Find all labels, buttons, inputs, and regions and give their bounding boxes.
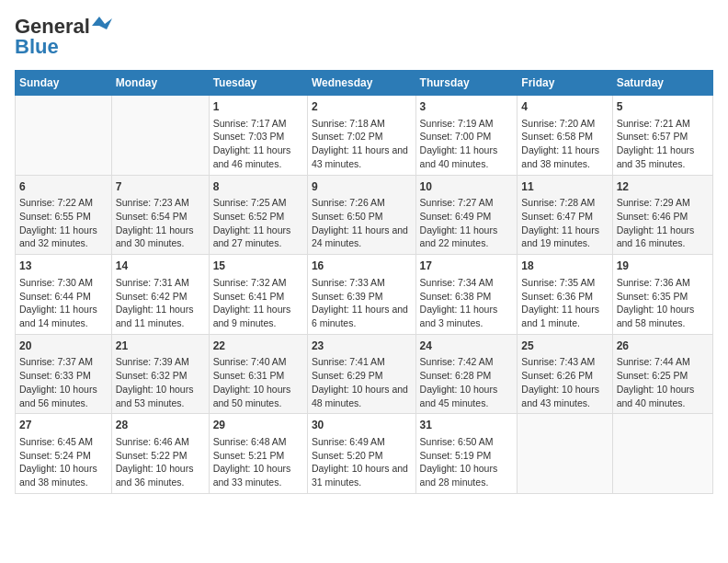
calendar-cell: 14Sunrise: 7:31 AM Sunset: 6:42 PM Dayli… — [111, 255, 209, 335]
day-info: Sunrise: 7:34 AM Sunset: 6:38 PM Dayligh… — [420, 276, 514, 330]
page-header: General Blue — [15, 15, 713, 59]
logo: General Blue — [15, 15, 112, 59]
calendar-cell: 25Sunrise: 7:43 AM Sunset: 6:26 PM Dayli… — [518, 334, 612, 414]
logo-blue-text: Blue — [15, 35, 59, 59]
day-number: 30 — [312, 418, 412, 433]
day-info: Sunrise: 6:48 AM Sunset: 5:21 PM Dayligh… — [213, 435, 303, 489]
logo-bird-icon — [92, 17, 112, 33]
day-number: 24 — [420, 339, 514, 354]
day-number: 2 — [312, 99, 412, 115]
day-info: Sunrise: 7:22 AM Sunset: 6:55 PM Dayligh… — [19, 196, 108, 250]
day-info: Sunrise: 7:41 AM Sunset: 6:29 PM Dayligh… — [312, 355, 412, 409]
calendar-cell: 7Sunrise: 7:23 AM Sunset: 6:54 PM Daylig… — [111, 175, 209, 255]
day-number: 29 — [213, 418, 303, 433]
calendar-cell: 16Sunrise: 7:33 AM Sunset: 6:39 PM Dayli… — [307, 255, 415, 335]
day-of-week-header: Tuesday — [209, 71, 307, 96]
day-number: 3 — [420, 99, 514, 115]
day-of-week-header: Thursday — [415, 71, 518, 96]
calendar-cell: 19Sunrise: 7:36 AM Sunset: 6:35 PM Dayli… — [612, 255, 712, 335]
day-number: 11 — [521, 179, 608, 195]
calendar-cell: 6Sunrise: 7:22 AM Sunset: 6:55 PM Daylig… — [16, 175, 112, 255]
calendar-cell: 8Sunrise: 7:25 AM Sunset: 6:52 PM Daylig… — [209, 175, 307, 255]
calendar-week-row: 13Sunrise: 7:30 AM Sunset: 6:44 PM Dayli… — [16, 255, 713, 335]
calendar-cell — [518, 414, 612, 494]
day-info: Sunrise: 7:19 AM Sunset: 7:00 PM Dayligh… — [420, 117, 514, 171]
calendar-cell: 5Sunrise: 7:21 AM Sunset: 6:57 PM Daylig… — [612, 96, 712, 176]
day-number: 28 — [116, 418, 205, 433]
day-number: 26 — [617, 339, 709, 354]
calendar-cell: 24Sunrise: 7:42 AM Sunset: 6:28 PM Dayli… — [415, 334, 518, 414]
day-number: 13 — [19, 259, 108, 274]
day-info: Sunrise: 7:26 AM Sunset: 6:50 PM Dayligh… — [312, 196, 412, 250]
calendar-cell: 15Sunrise: 7:32 AM Sunset: 6:41 PM Dayli… — [209, 255, 307, 335]
calendar-cell: 18Sunrise: 7:35 AM Sunset: 6:36 PM Dayli… — [518, 255, 612, 335]
day-number: 15 — [213, 259, 303, 274]
day-info: Sunrise: 7:32 AM Sunset: 6:41 PM Dayligh… — [213, 276, 303, 330]
day-number: 23 — [312, 339, 412, 354]
day-number: 18 — [521, 259, 608, 274]
calendar-cell — [612, 414, 712, 494]
day-number: 6 — [19, 179, 108, 195]
calendar-cell: 23Sunrise: 7:41 AM Sunset: 6:29 PM Dayli… — [307, 334, 415, 414]
day-info: Sunrise: 7:17 AM Sunset: 7:03 PM Dayligh… — [213, 117, 303, 171]
day-info: Sunrise: 7:35 AM Sunset: 6:36 PM Dayligh… — [521, 276, 608, 330]
day-number: 4 — [521, 99, 608, 115]
day-number: 10 — [420, 179, 514, 195]
calendar-week-row: 20Sunrise: 7:37 AM Sunset: 6:33 PM Dayli… — [16, 334, 713, 414]
calendar-week-row: 6Sunrise: 7:22 AM Sunset: 6:55 PM Daylig… — [16, 175, 713, 255]
calendar-cell: 4Sunrise: 7:20 AM Sunset: 6:58 PM Daylig… — [518, 96, 612, 176]
day-number: 19 — [617, 259, 709, 274]
svg-marker-0 — [92, 17, 112, 29]
day-info: Sunrise: 7:20 AM Sunset: 6:58 PM Dayligh… — [521, 117, 608, 171]
calendar-cell: 22Sunrise: 7:40 AM Sunset: 6:31 PM Dayli… — [209, 334, 307, 414]
calendar-cell: 2Sunrise: 7:18 AM Sunset: 7:02 PM Daylig… — [307, 96, 415, 176]
day-number: 20 — [19, 339, 108, 354]
day-info: Sunrise: 7:36 AM Sunset: 6:35 PM Dayligh… — [617, 276, 709, 330]
day-info: Sunrise: 7:33 AM Sunset: 6:39 PM Dayligh… — [312, 276, 412, 330]
day-number: 16 — [312, 259, 412, 274]
day-info: Sunrise: 7:43 AM Sunset: 6:26 PM Dayligh… — [521, 355, 608, 409]
calendar-cell: 10Sunrise: 7:27 AM Sunset: 6:49 PM Dayli… — [415, 175, 518, 255]
day-info: Sunrise: 7:31 AM Sunset: 6:42 PM Dayligh… — [116, 276, 205, 330]
day-number: 14 — [116, 259, 205, 274]
day-number: 21 — [116, 339, 205, 354]
day-info: Sunrise: 7:40 AM Sunset: 6:31 PM Dayligh… — [213, 355, 303, 409]
calendar-cell: 27Sunrise: 6:45 AM Sunset: 5:24 PM Dayli… — [16, 414, 112, 494]
day-of-week-header: Saturday — [612, 71, 712, 96]
calendar-cell: 3Sunrise: 7:19 AM Sunset: 7:00 PM Daylig… — [415, 96, 518, 176]
day-info: Sunrise: 7:28 AM Sunset: 6:47 PM Dayligh… — [521, 196, 608, 250]
day-of-week-header: Monday — [111, 71, 209, 96]
calendar-cell: 11Sunrise: 7:28 AM Sunset: 6:47 PM Dayli… — [518, 175, 612, 255]
day-number: 22 — [213, 339, 303, 354]
day-info: Sunrise: 6:46 AM Sunset: 5:22 PM Dayligh… — [116, 435, 205, 489]
day-info: Sunrise: 6:49 AM Sunset: 5:20 PM Dayligh… — [312, 435, 412, 489]
day-number: 25 — [521, 339, 608, 354]
day-of-week-header: Friday — [518, 71, 612, 96]
calendar-week-row: 1Sunrise: 7:17 AM Sunset: 7:03 PM Daylig… — [16, 96, 713, 176]
day-info: Sunrise: 7:44 AM Sunset: 6:25 PM Dayligh… — [617, 355, 709, 409]
day-info: Sunrise: 7:30 AM Sunset: 6:44 PM Dayligh… — [19, 276, 108, 330]
day-info: Sunrise: 7:25 AM Sunset: 6:52 PM Dayligh… — [213, 196, 303, 250]
calendar-cell: 13Sunrise: 7:30 AM Sunset: 6:44 PM Dayli… — [16, 255, 112, 335]
day-of-week-header: Sunday — [16, 71, 112, 96]
calendar-table: SundayMondayTuesdayWednesdayThursdayFrid… — [15, 70, 713, 494]
day-number: 7 — [116, 179, 205, 195]
day-info: Sunrise: 7:42 AM Sunset: 6:28 PM Dayligh… — [420, 355, 514, 409]
calendar-cell: 9Sunrise: 7:26 AM Sunset: 6:50 PM Daylig… — [307, 175, 415, 255]
day-info: Sunrise: 7:18 AM Sunset: 7:02 PM Dayligh… — [312, 117, 412, 171]
calendar-cell — [111, 96, 209, 176]
calendar-cell: 20Sunrise: 7:37 AM Sunset: 6:33 PM Dayli… — [16, 334, 112, 414]
day-number: 1 — [213, 99, 303, 115]
day-info: Sunrise: 7:39 AM Sunset: 6:32 PM Dayligh… — [116, 355, 205, 409]
calendar-cell: 30Sunrise: 6:49 AM Sunset: 5:20 PM Dayli… — [307, 414, 415, 494]
calendar-cell: 1Sunrise: 7:17 AM Sunset: 7:03 PM Daylig… — [209, 96, 307, 176]
day-info: Sunrise: 7:21 AM Sunset: 6:57 PM Dayligh… — [617, 117, 709, 171]
day-number: 27 — [19, 418, 108, 433]
day-number: 5 — [617, 99, 709, 115]
day-number: 17 — [420, 259, 514, 274]
calendar-cell: 26Sunrise: 7:44 AM Sunset: 6:25 PM Dayli… — [612, 334, 712, 414]
day-info: Sunrise: 7:23 AM Sunset: 6:54 PM Dayligh… — [116, 196, 205, 250]
day-number: 9 — [312, 179, 412, 195]
calendar-cell: 21Sunrise: 7:39 AM Sunset: 6:32 PM Dayli… — [111, 334, 209, 414]
calendar-cell: 12Sunrise: 7:29 AM Sunset: 6:46 PM Dayli… — [612, 175, 712, 255]
